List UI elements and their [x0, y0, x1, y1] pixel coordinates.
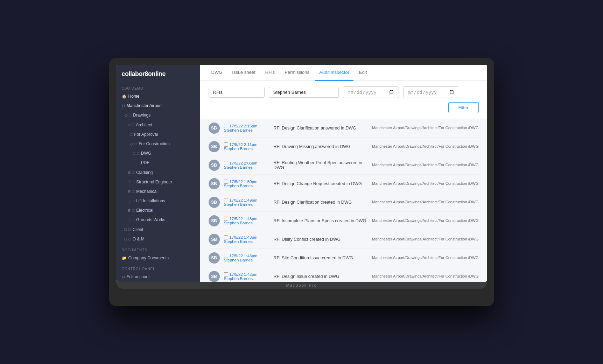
sidebar-item-architect[interactable]: ◇ □ Architect [116, 120, 200, 130]
diamond-icon-2: ◇ [127, 122, 130, 128]
audit-checkbox[interactable] [224, 142, 228, 147]
filter-button[interactable]: Filter [448, 102, 479, 113]
sidebar-electrical-label: Electrical [136, 207, 153, 214]
audit-user[interactable]: Stephen Barnes [224, 239, 269, 244]
sidebar-forconstruction-label: For Construction [139, 141, 170, 147]
audit-checkbox[interactable] [224, 254, 228, 258]
audit-description: RFI Utility Conflict created in DWG [274, 237, 368, 242]
checkbox-icon-client: □ [125, 226, 127, 233]
audit-checkbox[interactable] [224, 198, 228, 202]
audit-checkbox[interactable] [224, 180, 228, 184]
audit-description: RFI Design Clarification created in DWG [274, 200, 368, 205]
audit-timestamp: 17/5/22 1:49pm [230, 198, 258, 202]
audit-meta: 17/5/22 2:11pmStephen Barnes [224, 142, 269, 151]
audit-timestamp: 17/5/22 1:43pm [230, 235, 258, 239]
audit-meta: 17/5/22 2:06pmStephen Barnes [224, 161, 269, 169]
audit-timestamp: 17/5/22 1:43pm [230, 254, 258, 258]
sidebar-project-label: Manchester Airport [127, 103, 162, 109]
tab-permissions[interactable]: Permissions [280, 65, 314, 81]
sidebar-om-label: O & M [133, 236, 145, 243]
avatar: SB [209, 122, 220, 134]
audit-checkbox[interactable] [224, 217, 228, 221]
logo-area: collabor8online [116, 65, 200, 82]
audit-checkbox[interactable] [224, 235, 228, 239]
avatar: SB [209, 160, 220, 171]
section-account-label: CBO Demo [116, 82, 200, 92]
audit-checkbox[interactable] [224, 161, 228, 165]
sidebar-item-om[interactable]: □ □ O & M [116, 234, 200, 244]
folder-icon: ⊟ [122, 103, 125, 109]
audit-path: Manchester Airport/Drawings/Architect/Fo… [372, 255, 478, 260]
folder-icon-approval: □ [130, 132, 133, 138]
audit-meta: 17/5/22 1:43pmStephen Barnes [224, 235, 269, 244]
sidebar-cladding-label: Cladding [136, 169, 153, 176]
checkbox-icon-om: □ [125, 236, 127, 243]
sidebar-item-for-approval[interactable]: □ For Approval [116, 130, 200, 139]
filter-date-from[interactable] [343, 86, 399, 98]
audit-description: RFI Design Clarification answered in DWG [274, 126, 368, 131]
audit-row: SB17/5/22 1:42pmStephen BarnesRFI Design… [209, 267, 479, 282]
audit-user[interactable]: Stephen Barnes [224, 165, 269, 169]
sidebar-pdf-label: PDF [141, 160, 149, 166]
audit-user[interactable]: Stephen Barnes [224, 184, 269, 188]
sidebar-item-drawings[interactable]: ◇ □ Drawings [116, 111, 200, 120]
home-icon: 🏠 [122, 93, 127, 100]
sidebar-item-grounds[interactable]: ⊞ □ Grounds Works [116, 215, 200, 225]
avatar: SB [209, 252, 220, 264]
sidebar-item-home[interactable]: 🏠 Home [116, 92, 200, 101]
sidebar-item-client[interactable]: □ □ Client [116, 225, 200, 234]
audit-description: RFI Drawing Missing answered in DWG [274, 144, 368, 149]
sidebar-item-company-docs[interactable]: 📁 Company Documents [116, 253, 200, 263]
audit-user[interactable]: Stephen Barnes [224, 276, 269, 281]
sidebar-item-edit-account[interactable]: ⊙ Edit account [116, 272, 200, 282]
sidebar: collabor8online CBO Demo 🏠 Home ⊟ Manche… [116, 65, 200, 282]
sidebar-edit-account-label: Edit account [127, 274, 150, 280]
filter-type-input[interactable] [209, 87, 265, 98]
sidebar-item-structural[interactable]: ⊞ □ Structural Engineer [116, 177, 200, 187]
audit-row: SB17/5/22 1:49pmStephen BarnesRFI Design… [209, 193, 479, 212]
sidebar-item-dwg[interactable]: □ □ DWG [116, 149, 200, 158]
audit-path: Manchester Airport/Drawings/Architect/Fo… [372, 162, 478, 168]
tab-dwg[interactable]: DWG [207, 65, 227, 81]
audit-list: SB17/5/22 2:15pmStephen BarnesRFI Design… [200, 119, 487, 282]
filter-user-input[interactable] [269, 87, 339, 98]
sidebar-item-cladding[interactable]: ⊞ □ Cladding [116, 168, 200, 177]
tab-edit[interactable]: Edit [355, 65, 371, 81]
audit-path: Manchester Airport/Drawings/Architect/Fo… [372, 181, 478, 186]
audit-path: Manchester Airport/Drawings/Architect/Fo… [372, 200, 478, 205]
tab-audit-inspector[interactable]: Audit inspector [315, 65, 353, 81]
tab-issue-sheet[interactable]: Issue sheet [228, 65, 260, 81]
avatar: SB [209, 271, 220, 282]
sidebar-item-lift[interactable]: ⊞ □ Lift Installations [116, 196, 200, 206]
filter-date-to[interactable] [403, 86, 459, 98]
sidebar-item-for-construction[interactable]: ◇ □ For Construction [116, 139, 200, 149]
sidebar-item-electrical[interactable]: ⊞ □ Electrical [116, 206, 200, 215]
folder-icon-structural: □ [132, 179, 135, 185]
audit-timestamp: 17/5/22 2:06pm [230, 161, 258, 165]
sidebar-item-pdf[interactable]: □ □ PDF [116, 158, 200, 168]
sidebar-item-project[interactable]: ⊟ Manchester Airport [116, 101, 200, 111]
audit-user[interactable]: Stephen Barnes [224, 202, 269, 206]
folder-icon-electrical: □ [132, 208, 135, 214]
screen: collabor8online CBO Demo 🏠 Home ⊟ Manche… [116, 65, 487, 282]
audit-user[interactable]: Stephen Barnes [224, 258, 269, 262]
sidebar-item-mechanical[interactable]: ⊞ □ Mechanical [116, 187, 200, 196]
audit-row: SB17/5/22 1:43pmStephen BarnesRFI Utilit… [209, 230, 479, 249]
folder-icon-client: □ [128, 226, 131, 233]
audit-user[interactable]: Stephen Barnes [224, 147, 269, 151]
plus-icon-electrical: ⊞ [127, 208, 131, 214]
sidebar-lift-label: Lift Installations [136, 198, 165, 204]
folder-icon-company: 📁 [122, 255, 127, 261]
audit-checkbox[interactable] [224, 124, 228, 128]
plus-icon-structural: ⊞ [127, 179, 131, 185]
folder-icon-drawings: □ [129, 112, 132, 119]
audit-description: RFI Design Change Request created in DWG [274, 181, 368, 186]
tab-rfis[interactable]: RFIs [261, 65, 279, 81]
audit-user[interactable]: Stephen Barnes [224, 128, 269, 132]
sidebar-forapproval-label: For Approval [134, 131, 158, 138]
audit-path: Manchester Airport/Drawings/Architect/Fo… [372, 218, 478, 223]
person-icon: ⊙ [122, 274, 125, 280]
laptop-base: MacBook Pro [116, 282, 487, 289]
audit-user[interactable]: Stephen Barnes [224, 221, 269, 225]
audit-checkbox[interactable] [224, 272, 228, 276]
